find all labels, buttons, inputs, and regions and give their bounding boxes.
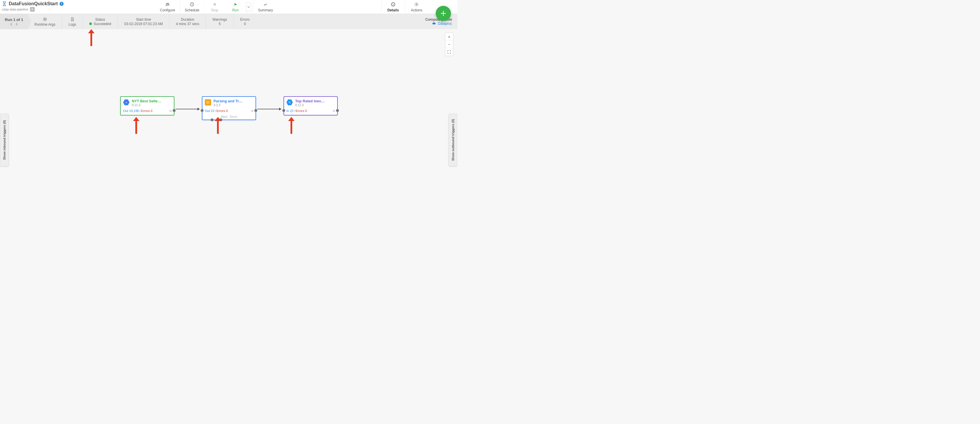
errors-label: Errors [240,17,250,22]
run-label: Run [232,8,239,12]
zoom-fit-button[interactable] [445,48,453,56]
node-type-icon [123,99,129,106]
prev-run-icon[interactable] [10,22,12,26]
status-cell: Status Succeeded [83,14,118,29]
annotation-arrow-icon [90,29,93,46]
node-title: Parsing and Tr… [213,99,253,103]
warnings-label: Warnings [212,17,227,22]
info-icon[interactable]: i [59,2,64,6]
node-title: Top Rated Inex… [295,99,335,103]
gear-icon [414,2,419,8]
details-label: Details [387,8,399,12]
actions-button[interactable]: Actions [405,0,428,14]
sliders-icon [165,2,170,8]
runtime-args-button[interactable]: Runtime Args [28,14,62,29]
schedule-label: Schedule [185,8,199,12]
svg-point-0 [166,5,167,6]
document-icon [70,17,75,22]
warnings-cell: Warnings 5 [206,14,234,29]
info-circle-icon [391,2,396,8]
doc-m-icon [43,17,47,22]
node-footer: Alert Error [202,115,256,119]
status-value: Succeeded [94,22,111,26]
node-io: Out 22/Errors 0 [205,109,228,113]
zoom-in-button[interactable]: + [445,33,453,41]
node-port[interactable] [255,109,257,112]
zoom-out-button[interactable]: − [445,41,453,48]
svg-rect-4 [213,3,216,6]
next-run-icon[interactable] [16,22,18,26]
pipeline-node[interactable]: NYT Best Selle…0.11.3Out 10,195/Errors 0… [120,96,174,116]
outbound-triggers-tab[interactable]: Show outbound triggers (0) [449,114,457,166]
warnings-value: 5 [219,22,221,26]
node-port[interactable] [336,109,339,112]
duration-label: Duration [181,17,194,22]
run-button[interactable]: Run [225,0,246,14]
add-tag-button[interactable]: + [30,7,35,12]
node-title: NYT Best Selle… [132,99,172,103]
chart-icon [263,2,268,8]
status-dot-icon [89,22,92,25]
node-port[interactable] [282,109,285,112]
actions-label: Actions [411,8,422,12]
start-time-label: Start time [136,17,151,22]
logs-button[interactable]: Logs [62,14,83,29]
node-port[interactable] [220,118,222,121]
configure-label: Configure [160,8,175,12]
stop-button: Stop [204,0,225,14]
pipeline-edge [257,109,281,110]
stop-icon [212,2,217,8]
node-version: 0.11.3 [295,103,335,107]
errors-value: 0 [244,22,246,26]
play-icon [233,2,238,8]
app-logo-icon [2,1,7,6]
pipeline-type: cdap-data-pipeline [2,8,28,11]
svg-point-2 [168,4,169,5]
node-port[interactable] [200,109,204,112]
node-version: 0.11.3 [132,103,172,107]
run-dropdown[interactable] [246,2,251,12]
start-time-cell: Start time 03-02-2019 07:01:23 AM [118,14,169,29]
schedule-button[interactable]: Schedule [180,0,204,14]
errors-cell: Errors 0 [234,14,256,29]
node-io: In 22/Errors 0 [286,109,307,113]
svg-point-1 [167,3,168,4]
logs-label: Logs [68,22,76,27]
pipeline-edge [176,109,199,110]
svg-rect-9 [126,103,127,103]
inbound-triggers-label: Show inbound triggers (0) [3,120,6,160]
pipeline-name: DataFusionQuickStart [9,1,58,6]
start-time-value: 03-02-2019 07:01:23 AM [124,22,163,26]
node-menu-icon[interactable]: ≡ [251,108,253,113]
summary-label: Summary [258,8,273,12]
svg-rect-10 [207,102,209,103]
node-menu-icon[interactable]: ≡ [333,108,335,113]
run-picker[interactable]: Run 1 of 1 [0,14,28,29]
node-version: 3.2.3 [213,103,253,107]
duration-cell: Duration 4 mins 37 secs [169,14,206,29]
duration-value: 4 mins 37 secs [176,22,199,26]
outbound-triggers-label: Show outbound triggers (0) [451,119,455,161]
zoom-controls: + − [445,33,453,56]
stop-label: Stop [211,8,218,12]
pipeline-canvas[interactable]: + − Show inbound triggers (0) Show outbo… [0,29,457,212]
inbound-triggers-tab[interactable]: Show inbound triggers (0) [0,114,9,166]
details-button[interactable]: Details [381,0,404,14]
add-fab-button[interactable] [436,6,451,21]
summary-button[interactable]: Summary [253,0,277,14]
status-label: Status [95,17,105,22]
node-port[interactable] [173,109,176,112]
node-type-icon [205,99,211,106]
pipeline-node[interactable]: Top Rated Inex…0.11.3In 22/Errors 0≡ [283,96,338,116]
compute-profile-value: Dataproc [438,22,452,25]
svg-point-6 [416,4,417,5]
pipeline-node[interactable]: Parsing and Tr…3.2.3Out 22/Errors 0≡Aler… [202,96,256,120]
node-type-icon [286,99,293,106]
svg-point-11 [289,102,290,103]
node-port[interactable] [211,118,213,121]
configure-button[interactable]: Configure [155,0,180,14]
annotation-arrow-icon [135,117,138,134]
runtime-args-label: Runtime Args [34,22,56,27]
svg-rect-8 [126,102,127,103]
node-menu-icon[interactable]: ≡ [169,108,172,113]
